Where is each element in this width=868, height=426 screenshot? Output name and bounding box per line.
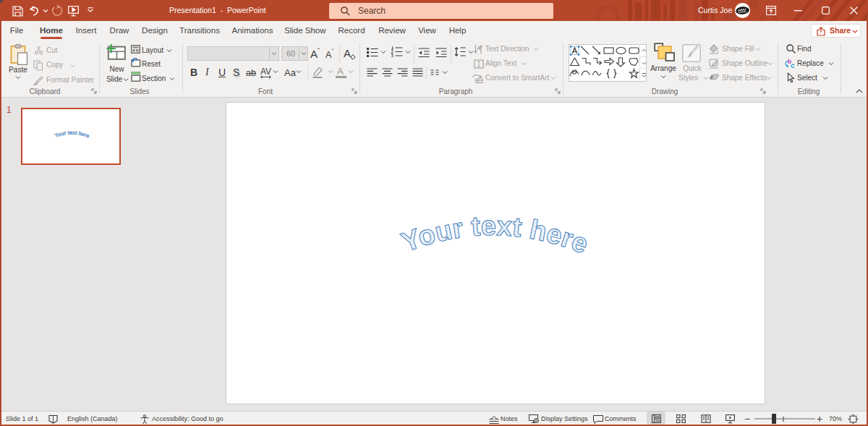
svg-text:Your text here: Your text here [397,210,592,260]
svg-text:Your text here: Your text here [54,130,90,139]
